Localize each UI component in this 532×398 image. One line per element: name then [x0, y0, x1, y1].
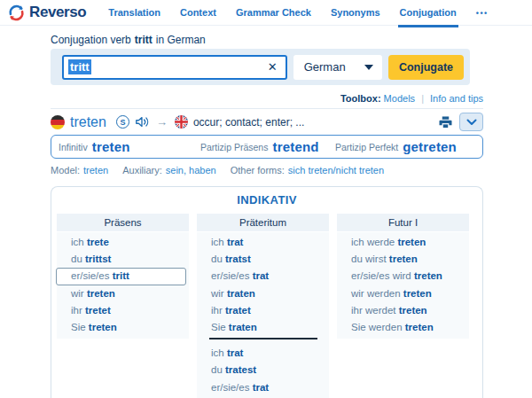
conjugation-row: du tratest — [197, 362, 329, 378]
toolbox-label: Toolbox: — [340, 93, 381, 104]
conjugation-row: ich trat — [197, 345, 329, 362]
pronoun-text: Sie — [71, 322, 89, 332]
collapse-button[interactable] — [459, 113, 483, 131]
conjugation-row-highlighted: er/sie/es tritt — [56, 268, 186, 285]
conjugation-row: du wirst treten — [337, 251, 469, 268]
pronoun-text: wir — [211, 288, 227, 299]
conjugation-row: wir werden treten — [337, 285, 469, 302]
search-input-value: tritt — [68, 59, 91, 74]
verb-form: traten — [229, 322, 257, 332]
conjugation-row: er/sie/es trat — [197, 268, 329, 285]
model-label: Model: — [51, 165, 80, 176]
pronoun-text: Sie — [211, 322, 229, 332]
pronoun-text: du — [211, 254, 225, 264]
verb-header-actions — [439, 113, 483, 131]
main-content: Conjugation verb tritt in German tritt ✕… — [51, 34, 483, 398]
toolbox-row: Toolbox: Models | Info and tips — [51, 93, 483, 105]
reverso-logo-icon — [7, 4, 26, 22]
tense-body: ich tretedu trittster/sie/es trittwir tr… — [57, 232, 189, 339]
tense-block-divider — [209, 338, 317, 339]
verb-form: treten — [389, 254, 418, 264]
verb-form: trete — [87, 237, 109, 247]
conjugation-row: Sie werden treten — [337, 319, 469, 336]
verb-form: treten — [414, 270, 442, 281]
verb-form: treten — [87, 288, 115, 299]
language-select[interactable]: German — [293, 55, 382, 80]
tense-columns: Präsensich tretedu trittster/sie/es trit… — [51, 214, 482, 398]
clear-search-icon[interactable]: ✕ — [268, 61, 278, 73]
more-menu-icon[interactable]: ••• — [466, 0, 498, 26]
other-forms-label: Other forms: — [231, 165, 285, 176]
language-select-value: German — [304, 60, 346, 74]
conjugate-button[interactable]: Conjugate — [388, 55, 464, 80]
verb-form: trat — [227, 237, 244, 247]
pronoun-text: wir — [71, 288, 87, 299]
infinitive-item: Infinitiv treten — [59, 136, 130, 158]
verb-form: trittst — [85, 254, 111, 264]
toolbox-separator: | — [421, 93, 424, 104]
translation-text[interactable]: occur; contact; enter; ... — [193, 116, 304, 129]
nav-item-synonyms[interactable]: Synonyms — [321, 0, 390, 26]
other-forms-links[interactable]: sich treten/nicht treten — [288, 165, 384, 176]
nav-item-conjugation[interactable]: Conjugation — [390, 0, 466, 26]
conjugation-row: er/sie/es trat — [197, 379, 329, 396]
verb-form: treten — [397, 237, 426, 247]
tense-header: Präsens — [57, 214, 189, 231]
pronoun-text: er/sie/es — [71, 270, 113, 281]
verb-form: trat — [253, 382, 270, 393]
toolbox-info-link[interactable]: Info and tips — [430, 93, 483, 104]
present-participle-item: Partizip Präsens tretend — [200, 136, 319, 158]
tense-body: ich tratdu tratster/sie/es tratwir trate… — [197, 232, 329, 398]
search-input[interactable]: tritt ✕ — [62, 55, 287, 80]
top-nav: Reverso Translation Context Grammar Chec… — [0, 0, 532, 26]
verb-form: treten — [399, 305, 427, 316]
page-title-suffix: in German — [156, 34, 206, 46]
pronoun-text: ich — [71, 237, 87, 247]
pronoun-text: er/sie/es wird — [351, 270, 414, 281]
tense-body: ich werde tretendu wirst tretener/sie/es… — [337, 232, 469, 339]
past-participle-label: Partizip Perfekt — [335, 142, 398, 152]
conjugation-row: wir treten — [57, 285, 189, 302]
conjugation-row: ihr werdet treten — [337, 302, 469, 319]
toolbox-models-link[interactable]: Models — [384, 93, 415, 104]
conjugation-column: Präteritumich tratdu tratster/sie/es tra… — [197, 214, 329, 398]
speaker-icon[interactable] — [135, 115, 149, 129]
synonyms-icon[interactable]: S — [116, 115, 129, 129]
pronoun-text: du — [71, 254, 85, 264]
verb-form: treten — [405, 322, 434, 332]
conjugation-row: ich trat — [197, 234, 329, 251]
pronoun-text: ich — [211, 237, 227, 247]
auxiliary-group: Auxiliary: sein, haben — [122, 165, 216, 176]
nav-item-translation[interactable]: Translation — [98, 0, 170, 26]
verb-form: tratst — [225, 254, 251, 264]
infinitive-value: treten — [92, 139, 130, 154]
conjugation-section: INDIKATIV Präsensich tretedu trittster/s… — [51, 186, 483, 398]
pronoun-text: ihr werdet — [351, 305, 399, 316]
present-participle-label: Partizip Präsens — [200, 142, 268, 152]
conjugation-row: ihr tretet — [57, 302, 189, 319]
conjugation-row: wir traten — [197, 285, 329, 302]
print-icon[interactable] — [439, 116, 452, 129]
verb-form: tratest — [225, 364, 256, 375]
page-title-verb: tritt — [135, 34, 153, 46]
conjugation-row: ich werde treten — [337, 234, 469, 251]
reverso-logo[interactable]: Reverso — [7, 4, 86, 22]
nav-item-grammar-check[interactable]: Grammar Check — [226, 0, 321, 26]
present-participle-value: tretend — [272, 139, 318, 154]
verb-form: treten — [89, 322, 117, 332]
nav-item-context[interactable]: Context — [170, 0, 226, 26]
model-group: Model: treten — [51, 165, 108, 176]
other-forms-group: Other forms: sich treten/nicht treten — [231, 165, 384, 176]
conjugation-row: ich trete — [57, 234, 189, 251]
conjugation-row: ihr tratet — [197, 302, 329, 319]
divider — [51, 108, 483, 109]
mood-title: INDIKATIV — [51, 194, 482, 207]
verb-info-row: Model: treten Auxiliary: sein, haben Oth… — [51, 165, 483, 176]
verb-form: traten — [227, 288, 255, 299]
conjugation-row: du trittst — [57, 251, 189, 268]
model-link[interactable]: treten — [83, 165, 108, 176]
tense-header: Futur I — [337, 214, 469, 231]
conjugation-row: Sie treten — [57, 319, 189, 336]
auxiliary-links[interactable]: sein, haben — [166, 165, 216, 176]
pronoun-text: Sie werden — [351, 322, 405, 332]
